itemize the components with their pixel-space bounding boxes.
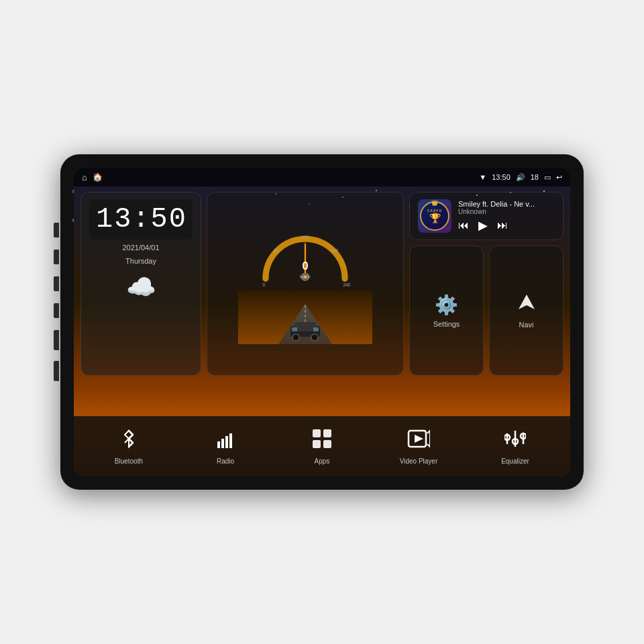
status-time: 13:50 — [492, 173, 511, 181]
road-scene — [238, 290, 372, 347]
vol-down-button[interactable] — [54, 361, 59, 381]
bottom-bar: Bluetooth Radio — [74, 416, 570, 476]
video-player-button[interactable]: Video Player — [370, 428, 467, 465]
svg-point-16 — [311, 334, 318, 341]
house-icon[interactable]: 🏠 — [93, 172, 103, 182]
bluetooth-button[interactable]: Bluetooth — [80, 428, 177, 465]
navi-icon — [517, 293, 536, 317]
svg-text:240: 240 — [343, 282, 351, 287]
radio-label: Radio — [217, 458, 234, 465]
speedometer-gauge: 0 60 120 180 240 0 km/h — [252, 221, 359, 288]
clock-date: 2021/04/01 — [89, 244, 193, 252]
svg-text:60: 60 — [274, 248, 279, 253]
svg-rect-24 — [313, 429, 321, 437]
road-svg — [238, 290, 372, 344]
video-player-label: Video Player — [400, 458, 438, 465]
svg-text:120: 120 — [302, 235, 309, 239]
svg-rect-21 — [221, 439, 224, 448]
navi-label: Navi — [519, 321, 533, 329]
svg-rect-25 — [323, 429, 331, 437]
svg-text:km/h: km/h — [300, 274, 311, 280]
bluetooth-label: Bluetooth — [115, 458, 143, 465]
back-side-button[interactable] — [54, 303, 59, 318]
power-side-button[interactable] — [54, 250, 59, 264]
equalizer-icon — [504, 428, 526, 454]
equalizer-button[interactable]: Equalizer — [467, 428, 564, 465]
speedometer-widget: 0 60 120 180 240 0 km/h — [207, 192, 404, 376]
side-button-group — [54, 208, 59, 381]
svg-rect-26 — [313, 440, 321, 448]
svg-rect-22 — [225, 436, 228, 448]
wifi-icon: ▼ — [479, 173, 486, 181]
bluetooth-icon — [118, 428, 140, 454]
volume-icon: 🔊 — [516, 173, 525, 182]
main-content: 13:50 2021/04/01 Thursday ☁️ — [74, 186, 570, 476]
home-icon[interactable]: ⌂ — [82, 172, 87, 182]
apps-button[interactable]: Apps — [274, 428, 370, 465]
svg-point-15 — [292, 334, 299, 341]
vol-up-button[interactable] — [54, 330, 59, 350]
home-side-button[interactable] — [54, 223, 59, 237]
equalizer-label: Equalizer — [501, 458, 529, 465]
svg-rect-18 — [313, 327, 319, 331]
clock-widget: 13:50 2021/04/01 Thursday ☁️ — [80, 192, 201, 376]
main-screen: ⌂ 🏠 ▼ 13:50 🔊 18 ▭ ↩ — [74, 168, 570, 476]
radio-button[interactable]: Radio — [177, 428, 274, 465]
svg-text:0: 0 — [302, 260, 308, 272]
clock-display: 13:50 — [89, 199, 193, 239]
home2-side-button[interactable] — [54, 276, 59, 291]
settings-icon: ⚙️ — [435, 294, 458, 316]
status-right: ▼ 13:50 🔊 18 ▭ ↩ — [479, 173, 562, 182]
svg-rect-23 — [229, 433, 232, 448]
video-player-icon — [407, 428, 430, 454]
album-art: CARFU 🏆 👑 — [418, 199, 451, 233]
svg-rect-14 — [294, 322, 316, 331]
status-left: ⌂ 🏠 — [82, 172, 103, 182]
svg-marker-19 — [519, 294, 535, 309]
svg-rect-27 — [323, 440, 331, 448]
settings-label: Settings — [433, 320, 460, 328]
car-head-unit: MIC RST ⌂ 🏠 ▼ 13:50 🔊 18 — [60, 154, 584, 490]
volume-level: 18 — [531, 173, 539, 181]
status-bar: ⌂ 🏠 ▼ 13:50 🔊 18 ▭ ↩ — [74, 168, 570, 186]
window-icon: ▭ — [544, 173, 551, 182]
apps-label: Apps — [315, 458, 330, 465]
svg-rect-17 — [292, 327, 297, 331]
svg-rect-20 — [217, 441, 220, 448]
radio-icon — [215, 428, 236, 454]
svg-text:0: 0 — [262, 282, 265, 287]
back-icon[interactable]: ↩ — [556, 173, 562, 182]
svg-text:180: 180 — [331, 248, 338, 253]
apps-icon — [311, 428, 333, 454]
weather-icon: ☁️ — [89, 273, 193, 301]
clock-day: Thursday — [89, 257, 193, 265]
svg-marker-29 — [415, 435, 423, 443]
